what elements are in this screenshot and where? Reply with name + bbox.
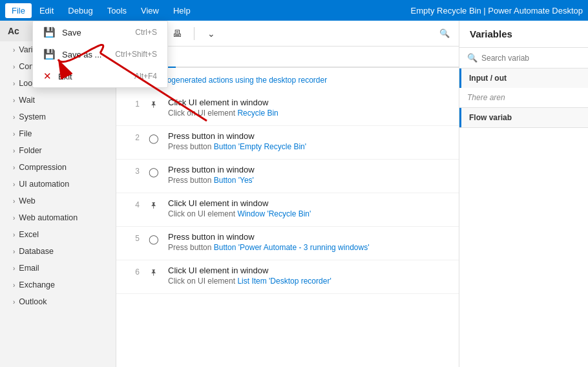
chevron-icon: › — [13, 299, 15, 306]
variables-search-input[interactable] — [481, 54, 580, 63]
exit-label: Exit — [58, 72, 72, 81]
chevron-icon: › — [13, 198, 15, 205]
flow-desc-2: Press button Button 'Empty Recycle Bin' — [168, 142, 448, 151]
sidebar-item-label: Web automation — [19, 213, 78, 222]
flow-link-6[interactable]: List Item 'Desktop recorder' — [237, 277, 331, 286]
flow-link-5[interactable]: Button 'Power Automate - 3 running windo… — [214, 243, 370, 252]
flow-link-3[interactable]: Button 'Yes' — [214, 176, 254, 185]
sidebar-item-file[interactable]: › File — [0, 125, 116, 142]
sidebar-item-compression[interactable]: › Compression — [0, 159, 116, 176]
flow-num-6: 6 — [127, 266, 140, 277]
sidebar-item-ui-automation[interactable]: › UI automation — [0, 176, 116, 193]
save-shortcut: Ctrl+S — [135, 28, 157, 37]
flow-title-2: Press button in window — [168, 131, 448, 141]
save-as-shortcut: Ctrl+Shift+S — [115, 50, 157, 59]
flow-content-4: Click UI element in window Click on UI e… — [168, 198, 448, 218]
window-title: Empty Recycle Bin | Power Automate Deskt… — [411, 6, 583, 16]
cursor-icon-2: 🖈 — [147, 198, 160, 211]
sidebar-item-database[interactable]: › Database — [0, 243, 116, 260]
sidebar-item-label: Outlook — [19, 297, 47, 306]
menu-view[interactable]: View — [134, 3, 165, 18]
sidebar-item-folder[interactable]: › Folder — [0, 142, 116, 159]
sidebar-item-outlook[interactable]: › Outlook — [0, 293, 116, 310]
input-output-section: Input / out There aren — [459, 68, 588, 108]
flow-item-6[interactable]: 6 🖈 Click UI element in window Click on … — [116, 260, 459, 294]
menu-save[interactable]: 💾 Save Ctrl+S — [33, 21, 167, 43]
flow-content-3: Press button in window Press button Butt… — [168, 165, 448, 185]
flow-item-2[interactable]: 2 ◯ Press button in window Press button … — [116, 126, 459, 160]
flow-item-4[interactable]: 4 🖈 Click UI element in window Click on … — [116, 193, 459, 227]
button-icon-2: ◯ — [147, 165, 160, 178]
button-icon: ◯ — [147, 131, 160, 144]
flow-desc-4: Click on UI element Window 'Recycle Bin' — [168, 209, 448, 218]
variables-search-bar[interactable]: 🔍 — [459, 48, 588, 68]
chevron-icon: › — [13, 231, 15, 238]
menu-bar: File Edit Debug Tools View Help — [5, 3, 197, 18]
flow-item-1[interactable]: 1 🖈 Click UI element in window Click on … — [116, 92, 459, 126]
sidebar-item-label: Email — [19, 264, 39, 273]
variables-header: Variables — [459, 21, 588, 48]
menu-help[interactable]: Help — [167, 3, 197, 18]
input-output-content: There aren — [459, 88, 588, 107]
sidebar-item-exchange[interactable]: › Exchange — [0, 277, 116, 293]
exit-shortcut: Alt+F4 — [134, 72, 157, 81]
menu-edit[interactable]: Edit — [33, 3, 60, 18]
sidebar-item-label: Wait — [19, 96, 35, 105]
desktop-button[interactable]: 🖶 — [168, 25, 186, 43]
search-icon: 🔍 — [467, 53, 478, 63]
chevron-icon: › — [13, 80, 15, 87]
sidebar-item-excel[interactable]: › Excel — [0, 226, 116, 243]
toolbar-separator — [194, 27, 194, 40]
sidebar-item-label: Web — [19, 196, 35, 205]
chevron-icon: › — [13, 147, 15, 154]
menu-tools[interactable]: Tools — [101, 3, 133, 18]
input-output-header: Input / out — [459, 68, 588, 88]
cursor-icon-3: 🖈 — [147, 266, 160, 278]
chevron-icon: › — [13, 265, 15, 272]
menu-file[interactable]: File — [5, 3, 32, 18]
sidebar-item-web[interactable]: › Web — [0, 193, 116, 209]
chevron-icon: › — [13, 131, 15, 138]
flow-title-5: Press button in window — [168, 232, 448, 242]
flow-num-1: 1 — [127, 98, 140, 109]
flow-content-2: Press button in window Press button Butt… — [168, 131, 448, 151]
chevron-icon: › — [13, 282, 15, 289]
flow-title-4: Click UI element in window — [168, 198, 448, 208]
sidebar-item-system[interactable]: › System — [0, 109, 116, 125]
sidebar-item-email[interactable]: › Email — [0, 260, 116, 277]
variables-panel: Variables 🔍 Input / out There aren Flow … — [459, 21, 588, 367]
button-icon-3: ◯ — [147, 232, 160, 245]
save-as-label: Save as ... — [62, 50, 101, 59]
save-icon: 💾 — [43, 26, 56, 38]
flow-title-3: Press button in window — [168, 165, 448, 174]
search-button[interactable]: 🔍 — [436, 25, 454, 43]
flow-link-1[interactable]: Recycle Bin — [237, 109, 278, 118]
save-as-icon: 💾 — [43, 48, 56, 60]
cursor-icon: 🖈 — [147, 98, 160, 110]
flow-title-6: Click UI element in window — [168, 266, 448, 275]
chevron-icon: › — [13, 63, 15, 70]
flow-item-5[interactable]: 5 ◯ Press button in window Press button … — [116, 227, 459, 260]
sidebar-item-label: UI automation — [19, 180, 69, 189]
chevron-down-button[interactable]: ⌄ — [202, 25, 220, 43]
flow-content-6: Click UI element in window Click on UI e… — [168, 266, 448, 286]
flow-content-5: Press button in window Press button Butt… — [168, 232, 448, 252]
flow-desc-5: Press button Button 'Power Automate - 3 … — [168, 243, 448, 252]
menu-exit[interactable]: ✕ Exit Alt+F4 — [33, 65, 167, 87]
flow-desc-1: Click on UI element Recycle Bin — [168, 109, 448, 118]
flow-num-4: 4 — [127, 198, 140, 209]
sidebar-item-label: File — [19, 129, 32, 138]
flow-link-4[interactable]: Window 'Recycle Bin' — [237, 209, 311, 218]
flow-variables-header: Flow variab — [459, 108, 588, 127]
chevron-icon: › — [13, 97, 15, 104]
menu-debug[interactable]: Debug — [61, 3, 99, 18]
sidebar-item-label: Folder — [19, 146, 41, 155]
sidebar-item-label: Excel — [19, 230, 39, 239]
flow-title-1: Click UI element in window — [168, 98, 448, 107]
flow-item-3[interactable]: 3 ◯ Press button in window Press button … — [116, 160, 459, 193]
menu-save-as[interactable]: 💾 Save as ... Ctrl+Shift+S — [33, 43, 167, 65]
sidebar-item-web-automation[interactable]: › Web automation — [0, 209, 116, 226]
sidebar-item-wait[interactable]: › Wait — [0, 92, 116, 109]
sidebar-item-label: Exchange — [19, 280, 55, 289]
flow-link-2[interactable]: Button 'Empty Recycle Bin' — [214, 142, 306, 151]
